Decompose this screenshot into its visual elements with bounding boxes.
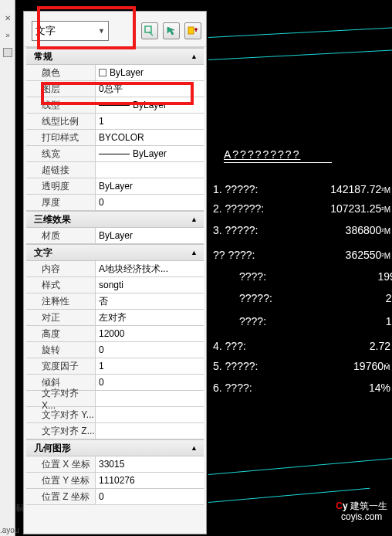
widthfactor-value[interactable]: 1 <box>96 358 204 374</box>
group-text[interactable]: 文字▲ <box>26 244 204 261</box>
drawing-line <box>208 26 392 38</box>
hyperlink-label: 超链接 <box>26 162 96 178</box>
transparency-value[interactable]: ByLayer <box>96 178 204 194</box>
svg-rect-0 <box>145 26 151 32</box>
plotstyle-label: 打印样式 <box>26 130 96 145</box>
canvas-text-row: 6. ????:14% <box>213 382 390 394</box>
alignx-label: 文字对齐 X... <box>26 391 96 406</box>
canvas-text-row: 5. ?????:19760M̂ <box>213 360 390 372</box>
drawing-line <box>208 456 392 475</box>
canvas-text-row: ????:19950²M <box>239 270 392 283</box>
posy-label: 位置 Y 坐标 <box>26 473 96 488</box>
layer-label: 图层 <box>26 81 96 97</box>
canvas-title: A????????? <box>224 148 332 163</box>
thickness-label: 厚度 <box>26 195 96 210</box>
canvas-text-row: ?? ????:362550²M <box>213 249 390 261</box>
palette-collapse-icon[interactable] <box>3 48 12 57</box>
chevron-down-icon: ▼ <box>98 27 105 35</box>
ltscale-value[interactable]: 1 <box>96 114 204 129</box>
canvas-text-row: ????:1500M̂ <box>239 315 392 327</box>
aligny-value[interactable] <box>96 407 204 422</box>
material-label: 材质 <box>26 228 96 243</box>
hyperlink-value[interactable] <box>96 162 204 178</box>
justify-value[interactable]: 左对齐 <box>96 310 204 325</box>
layer-value[interactable]: 0总平 <box>96 81 204 97</box>
pickadd-toggle-button[interactable] <box>184 22 201 39</box>
statusbar-text: .ayou <box>0 526 19 534</box>
properties-body: 常规▲ 颜色ByLayer 图层0总平 线型ByLayer 线型比例1 打印样式… <box>26 47 204 531</box>
style-label: 样式 <box>26 277 96 293</box>
material-value[interactable]: ByLayer <box>96 228 204 243</box>
collapse-icon: ▲ <box>191 215 198 223</box>
linetype-value[interactable]: ByLayer <box>96 97 204 113</box>
thickness-value[interactable]: 0 <box>96 195 204 210</box>
lineweight-value[interactable]: ByLayer <box>96 146 204 161</box>
style-value[interactable]: songti <box>96 277 204 293</box>
rotation-label: 旋转 <box>26 342 96 358</box>
canvas-text-row: 3. ?????:386800²M <box>213 224 390 236</box>
content-value[interactable]: A地块经济技术... <box>96 261 204 276</box>
canvas-text-row: ?????:2800M̂ <box>239 292 392 304</box>
content-label: 内容 <box>26 261 96 276</box>
height-label: 高度 <box>26 326 96 341</box>
palette-header: 文字 ▼ <box>24 12 206 47</box>
collapse-icon: ▲ <box>191 249 198 256</box>
posy-value[interactable]: 1110276 <box>96 473 204 488</box>
alignz-label: 文字对齐 Z... <box>26 423 96 439</box>
annotative-value[interactable]: 否 <box>96 293 204 309</box>
arrows-icon[interactable]: » <box>2 31 13 42</box>
widthfactor-label: 宽度因子 <box>26 358 96 374</box>
ltscale-label: 线型比例 <box>26 114 96 129</box>
aligny-label: 文字对齐 Y... <box>26 407 96 422</box>
object-type-dropdown[interactable]: 文字 ▼ <box>32 21 109 41</box>
canvas-text-row: 4. ???:2.72 <box>213 340 390 352</box>
posz-value[interactable]: 0 <box>96 489 204 504</box>
group-3d[interactable]: 三维效果▲ <box>26 211 204 228</box>
justify-label: 对正 <box>26 310 96 325</box>
posz-label: 位置 Z 坐标 <box>26 489 96 504</box>
drawing-canvas[interactable]: A????????? 1. ?????:142187.72²M2. ??????… <box>208 0 392 536</box>
properties-palette: 文字 ▼ 常规▲ 颜色ByLayer 图层0总平 线型ByLayer 线型比例1… <box>23 11 207 534</box>
collapse-icon: ▲ <box>191 444 198 452</box>
linetype-label: 线型 <box>26 97 96 113</box>
transparency-label: 透明度 <box>26 178 96 194</box>
svg-rect-1 <box>188 27 194 34</box>
alignz-value[interactable] <box>96 423 204 439</box>
object-type-label: 文字 <box>35 24 56 38</box>
color-value[interactable]: ByLayer <box>96 65 204 80</box>
lineweight-label: 线宽 <box>26 146 96 161</box>
drawing-line <box>208 49 392 60</box>
close-icon[interactable]: ✕ <box>3 14 12 23</box>
oblique-value[interactable]: 0 <box>96 375 204 390</box>
select-objects-button[interactable] <box>163 22 180 39</box>
alignx-value[interactable] <box>96 391 204 406</box>
plotstyle-value[interactable]: BYCOLOR <box>96 130 204 145</box>
posx-label: 位置 X 坐标 <box>26 456 96 472</box>
collapse-icon: ▲ <box>191 53 198 60</box>
watermark: Cy 建筑一生 coyis.com <box>336 500 387 522</box>
quick-select-button[interactable] <box>141 22 158 39</box>
height-value[interactable]: 12000 <box>96 326 204 341</box>
group-general[interactable]: 常规▲ <box>26 48 204 65</box>
group-geometry[interactable]: 几何图形▲ <box>26 439 204 456</box>
canvas-text-row: 2. ??????:107231.25²M <box>213 202 390 215</box>
annotative-label: 注释性 <box>26 293 96 309</box>
rotation-value[interactable]: 0 <box>96 342 204 358</box>
posx-value[interactable]: 33015 <box>96 456 204 472</box>
canvas-text-row: 1. ?????:142187.72²M <box>213 183 390 195</box>
color-label: 颜色 <box>26 65 96 80</box>
